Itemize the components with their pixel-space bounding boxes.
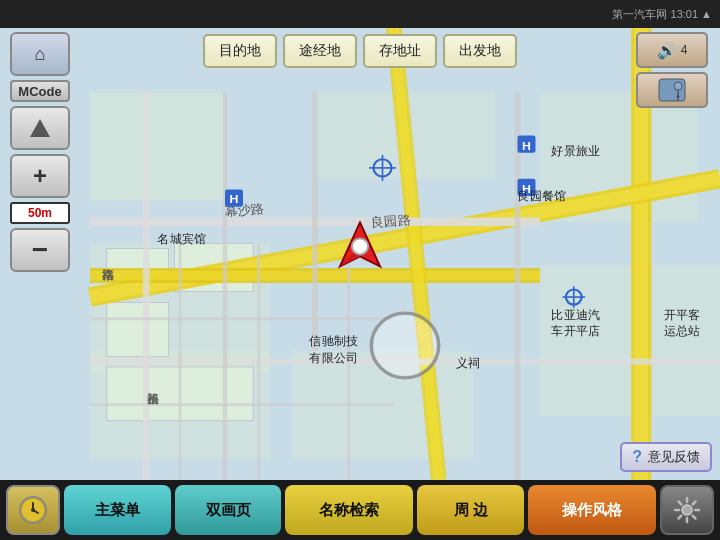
save-address-button[interactable]: 存地址: [363, 34, 437, 68]
home-button[interactable]: ⌂: [10, 32, 70, 76]
main-menu-button[interactable]: 主菜单: [64, 485, 171, 535]
zoom-out-button[interactable]: −: [10, 228, 70, 272]
svg-rect-63: [659, 79, 685, 101]
svg-text:信驰制技: 信驰制技: [309, 335, 358, 349]
navigation-arrow: [334, 220, 386, 276]
svg-marker-62: [30, 119, 50, 137]
right-top-controls: 🔊 4 +: [636, 32, 716, 108]
svg-text:运总站: 运总站: [664, 324, 701, 338]
svg-rect-1: [90, 93, 225, 201]
zoom-in-button[interactable]: +: [10, 154, 70, 198]
svg-text:+: +: [676, 93, 680, 100]
operation-style-button[interactable]: 操作风格: [528, 485, 656, 535]
svg-text:好景旅业: 好景旅业: [551, 144, 600, 158]
dual-screen-button[interactable]: 双画页: [175, 485, 282, 535]
svg-text:开平客: 开平客: [664, 308, 701, 322]
zoom-up-button[interactable]: [10, 106, 70, 150]
settings-button[interactable]: [660, 485, 714, 535]
map-view-button[interactable]: +: [636, 72, 708, 108]
volume-level: 4: [681, 43, 688, 57]
svg-line-77: [679, 502, 682, 505]
svg-text:H: H: [522, 139, 531, 153]
top-bar-text: 第一汽车网 13:01 ▲: [612, 7, 712, 22]
svg-text:义祠: 义祠: [456, 356, 481, 370]
mcode-button[interactable]: MCode: [10, 80, 70, 102]
svg-text:名城宾馆: 名城宾馆: [158, 232, 207, 246]
feedback-button[interactable]: ? 意见反馈: [620, 442, 712, 472]
svg-point-58: [374, 315, 437, 375]
svg-point-72: [682, 505, 692, 515]
scale-indicator: 50m: [10, 202, 70, 224]
waypoint-button[interactable]: 途经地: [283, 34, 357, 68]
name-search-button[interactable]: 名称检索: [285, 485, 413, 535]
feedback-icon: ?: [632, 448, 642, 466]
svg-point-61: [352, 238, 368, 254]
map-container: 幕沙路 良园路 幸福路 长福路 H H H 好景旅业: [0, 28, 720, 480]
volume-button[interactable]: 🔊 4: [636, 32, 708, 68]
svg-text:比亚迪汽: 比亚迪汽: [551, 308, 600, 322]
destination-button[interactable]: 目的地: [203, 34, 277, 68]
feedback-label: 意见反馈: [648, 448, 700, 466]
svg-line-80: [679, 516, 682, 519]
departure-button[interactable]: 出发地: [443, 34, 517, 68]
svg-rect-5: [540, 265, 720, 416]
top-nav: 目的地 途经地 存地址 出发地: [90, 32, 630, 70]
volume-icon: 🔊: [657, 41, 677, 60]
clock-button[interactable]: [6, 485, 60, 535]
svg-point-71: [31, 508, 35, 512]
svg-text:有限公司: 有限公司: [309, 351, 358, 365]
svg-point-64: [674, 82, 682, 90]
bottom-toolbar: 主菜单 双画页 名称检索 周 边 操作风格: [0, 480, 720, 540]
svg-text:车开平店: 车开平店: [551, 324, 600, 338]
svg-text:良园餐馆: 良园餐馆: [518, 189, 567, 203]
svg-rect-10: [107, 302, 169, 356]
svg-line-78: [693, 516, 696, 519]
svg-line-79: [693, 502, 696, 505]
nearby-button[interactable]: 周 边: [417, 485, 524, 535]
left-sidebar: ⌂ MCode + 50m −: [0, 28, 80, 480]
svg-text:H: H: [230, 193, 239, 207]
top-bar: 第一汽车网 13:01 ▲: [0, 0, 720, 28]
